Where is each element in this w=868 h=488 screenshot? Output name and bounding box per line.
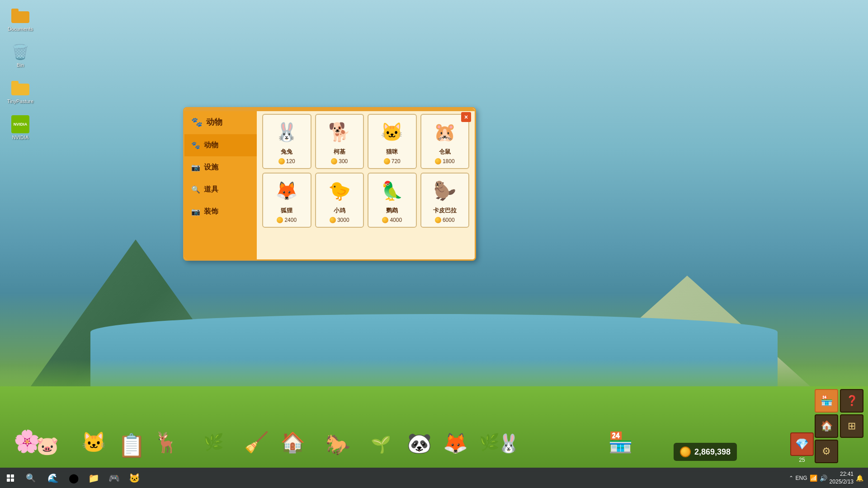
decorations-menu-label: 装饰 [204,207,218,216]
scene-house: 🏠 [280,431,305,454]
taskbar-cat[interactable]: 🐱 [124,468,145,488]
documents-label: Documents [8,26,33,32]
animal-name-rabbit: 兔兔 [281,148,292,156]
animals-menu-label: 动物 [204,141,218,150]
animal-img-rabbit: 🐰 [273,118,300,145]
animal-card-fox[interactable]: 🦊狐狸2400 [262,173,311,228]
tools-menu-icon: 🔍 [191,185,200,194]
search-button[interactable]: 🔍 [20,468,41,488]
system-tray: ⌃ ENG 📶 🔊 22:41 2025/2/13 🔔 [789,470,868,486]
desktop-icon-nvidia[interactable]: NVIDIA NVIDIA [5,113,36,142]
tools-menu-label: 道具 [204,185,218,194]
animal-card-capybara[interactable]: 🦫卡皮巴拉6000 [420,173,470,228]
scene-deer: 🦌 [154,431,179,454]
animal-img-fox: 🦊 [273,177,300,204]
taskbar-apps: 🌊 ⬤ 📁 🎮 🐱 [43,468,145,488]
cat-icon: 🐱 [129,473,140,483]
modal-sidebar: 🐾 动物 🐾 动物 📷 设施 🔍 道具 📷 装饰 [184,108,257,259]
sidebar-item-tools[interactable]: 🔍 道具 [184,178,257,201]
scene-fox-2: 🦊 [443,432,468,455]
coin-icon-corgi [331,158,337,164]
animal-name-cat: 猫咪 [386,148,398,156]
tinypasture-label: TinyPasture [7,99,33,104]
taskbar-edge[interactable]: 🌊 [43,468,63,488]
inventory-button[interactable]: 🏪 [815,389,838,413]
animal-card-chick[interactable]: 🐤小鸡3000 [315,173,364,228]
animal-img-capybara: 🦫 [431,177,458,204]
animal-name-hamster: 仓鼠 [439,148,451,156]
animal-img-chick: 🐤 [326,177,353,204]
clock-date: 2025/2/13 [830,478,854,486]
notification-icon[interactable]: 🔔 [856,474,863,482]
decorations-menu-icon: 📷 [191,207,200,216]
folder-yellow-icon [11,79,29,97]
animal-card-cat[interactable]: 🐱猫咪720 [368,114,417,169]
taskbar-chrome[interactable]: ⬤ [63,468,84,488]
recycle-bin-icon: 🗑️ [11,43,29,61]
animal-img-parrot: 🦜 [378,177,406,204]
game-currency-display: 2,869,398 [674,443,737,461]
sidebar-item-facilities[interactable]: 📷 设施 [184,156,257,178]
search-icon: 🔍 [26,473,36,483]
animal-name-parrot: 鹦鹉 [386,206,398,215]
coin-icon [680,446,691,457]
scene-building: 🏪 [608,431,633,454]
sidebar-item-decorations[interactable]: 📷 装饰 [184,201,257,223]
animal-img-hamster: 🐹 [431,118,458,145]
animal-card-hamster[interactable]: 🐹仓鼠1800 [420,114,470,169]
windows-icon [7,474,14,482]
modal-close-button[interactable]: × [461,112,471,122]
animal-price-parrot: 4000 [382,217,402,223]
home-button[interactable]: 🏠 [815,414,838,438]
animal-card-corgi[interactable]: 🐕柯基300 [315,114,364,169]
nvidia-label: NVIDIA [12,135,29,140]
animal-card-parrot[interactable]: 🦜鹦鹉4000 [368,173,417,228]
animal-price-capybara: 6000 [435,217,455,223]
sidebar-item-animals[interactable]: 🐾 动物 [184,134,257,156]
animals-menu-icon: 🐾 [191,141,200,150]
animal-name-corgi: 柯基 [334,148,345,156]
gem-box: 💎 [790,432,814,456]
wifi-icon: 📶 [810,474,817,482]
volume-icon[interactable]: 🔊 [820,474,827,482]
steam-icon: 🎮 [108,473,120,483]
animal-price-rabbit: 120 [278,158,295,164]
settings-button[interactable]: ⚙ [815,440,838,463]
system-clock[interactable]: 22:41 2025/2/13 [830,470,854,486]
bin-label: Bin [17,62,24,68]
desktop-icon-documents[interactable]: Documents [5,5,36,34]
animal-price-cat: 720 [384,158,401,164]
desktop-icon-tinypasture[interactable]: TinyPasture [5,77,36,106]
modal-title: 动物 [206,117,222,127]
animal-name-capybara: 卡皮巴拉 [433,206,457,215]
animal-price-chick: 3000 [330,217,349,223]
animal-price-hamster: 1800 [435,158,455,164]
edge-icon: 🌊 [47,473,59,483]
coin-icon-rabbit [278,158,285,164]
clock-time: 22:41 [830,470,854,478]
scene-animal-cat-white: 🐱 [81,431,106,454]
scene-tree-2: 🌱 [371,435,391,454]
game-ui-buttons: 🏪 ❓ 🏠 ⊞ ⚙ [815,389,863,463]
taskbar-explorer[interactable]: 📁 [84,468,104,488]
language-indicator[interactable]: ENG [796,475,807,481]
grid-button[interactable]: ⊞ [840,414,863,438]
help-button[interactable]: ❓ [840,389,863,413]
desktop-icon-bin[interactable]: 🗑️ Bin [5,41,36,70]
start-button[interactable] [0,468,20,488]
gem-count: 25 [799,457,805,463]
game-modal: × 🐾 动物 🐾 动物 📷 设施 🔍 道具 📷 装饰 🐰兔兔120🐕柯基300🐱… [183,107,476,261]
game-scene: 🌸 🐷 🐱 📋 🦌 🌿 🧹 🏠 🐎 🌱 🐼 🦊 🌿 🐰 🏪 [0,359,868,468]
coin-icon-parrot [382,217,388,223]
coin-icon-capybara [435,217,441,223]
coin-icon-hamster [435,158,441,164]
modal-content-area[interactable]: 🐰兔兔120🐕柯基300🐱猫咪720🐹仓鼠1800🦊狐狸2400🐤小鸡3000🦜… [257,108,475,259]
taskbar-steam[interactable]: 🎮 [104,468,124,488]
chrome-icon: ⬤ [69,473,79,483]
facilities-menu-label: 设施 [204,163,218,172]
modal-sidebar-header: 🐾 动物 [184,113,257,134]
coin-icon-fox [277,217,283,223]
explorer-icon: 📁 [88,473,99,483]
chevron-up-icon[interactable]: ⌃ [789,475,793,481]
animal-card-rabbit[interactable]: 🐰兔兔120 [262,114,311,169]
